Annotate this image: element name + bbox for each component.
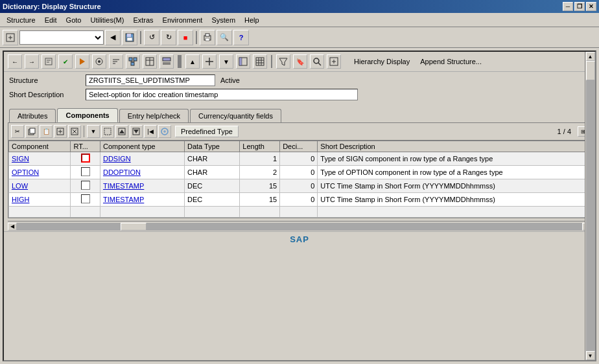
append-structure-btn[interactable]: Append Structure...: [420, 58, 482, 65]
svg-marker-56: [134, 130, 139, 133]
component-type-link[interactable]: TIMESTAMP: [103, 196, 144, 203]
hierarchy-display-btn[interactable]: Hierarchy Display: [354, 58, 410, 65]
scroll-thumb[interactable]: [586, 61, 595, 80]
empty-cell: [240, 207, 280, 218]
back-arrow-btn[interactable]: ←: [8, 54, 22, 69]
empty-cell: [71, 207, 100, 218]
move-down-btn[interactable]: [130, 125, 143, 138]
tab-entry-help[interactable]: Entry help/check: [119, 109, 189, 122]
tabs-bar: Attributes Components Entry help/check C…: [4, 108, 595, 122]
component-type-link[interactable]: DDOPTION: [103, 168, 141, 176]
stop-btn[interactable]: ■: [178, 30, 193, 45]
struct-btn[interactable]: [126, 54, 140, 69]
activate-btn[interactable]: [75, 54, 89, 69]
minimize-button[interactable]: ─: [563, 2, 573, 11]
cell-data-type: DEC: [184, 179, 239, 193]
fwd-arrow-btn[interactable]: →: [25, 54, 39, 69]
cell-component: SIGN: [9, 152, 71, 166]
copy-btn[interactable]: [25, 125, 38, 138]
component-type-link[interactable]: DDSIGN: [103, 155, 131, 163]
rt-checkbox[interactable]: [81, 167, 90, 176]
first-btn[interactable]: |◀: [144, 125, 157, 138]
select-all-btn[interactable]: ▼: [87, 125, 100, 138]
bookmark-btn[interactable]: 🔖: [293, 54, 307, 69]
cut-btn[interactable]: ✂: [11, 125, 24, 138]
insert-btn[interactable]: [54, 125, 67, 138]
tab-components[interactable]: Components: [57, 108, 117, 122]
up-btn[interactable]: ▲: [185, 54, 200, 69]
menu-utilities[interactable]: Utilities(M): [86, 15, 128, 25]
command-dropdown[interactable]: [19, 30, 104, 45]
sep2: [196, 31, 197, 44]
table-row: OPTIONDDOPTIONCHAR20Type of OPTION compo…: [9, 166, 591, 179]
undo-btn[interactable]: ↺: [144, 30, 159, 45]
tab-attributes[interactable]: Attributes: [9, 109, 56, 122]
t-sep1: [84, 126, 84, 137]
rt-checkbox[interactable]: [81, 181, 90, 190]
hscroll-thumb[interactable]: [121, 223, 147, 231]
check-btn[interactable]: ✔: [58, 54, 73, 69]
save-btn[interactable]: [122, 30, 137, 45]
paste-btn[interactable]: 📋: [40, 125, 53, 138]
horizontal-scrollbar[interactable]: ◀ ▶: [8, 221, 591, 231]
cell-short-desc: UTC Time Stamp in Short Form (YYYYMMDDhh…: [318, 193, 591, 207]
help-btn[interactable]: ?: [233, 30, 249, 45]
restore-button[interactable]: ❒: [574, 2, 585, 11]
down-btn[interactable]: ▼: [219, 54, 233, 69]
close-button[interactable]: ✕: [586, 2, 596, 11]
new-btn[interactable]: [3, 30, 18, 45]
component-link[interactable]: SIGN: [12, 155, 29, 163]
table-header-row: Component RT... Component type Data Type…: [9, 141, 591, 152]
toolbar-sep: [178, 55, 182, 68]
component-link[interactable]: OPTION: [12, 168, 39, 176]
svg-rect-45: [30, 128, 35, 133]
move-btn[interactable]: [202, 54, 217, 69]
expand-btn[interactable]: [327, 54, 341, 69]
ref-btn[interactable]: [158, 125, 171, 138]
print-btn[interactable]: [200, 30, 215, 45]
col-header-component: Component: [9, 141, 71, 152]
table-row: SIGNDDSIGNCHAR10Type of SIGN component i…: [9, 152, 591, 166]
cell-component: LOW: [9, 179, 71, 193]
predefined-type-btn[interactable]: Predefined Type: [175, 126, 239, 137]
rt-checkbox[interactable]: [81, 154, 90, 163]
sort-btn[interactable]: [109, 54, 123, 69]
col-header-deci: Deci...: [280, 141, 318, 152]
menu-environment[interactable]: Environment: [159, 15, 207, 25]
svg-rect-4: [127, 34, 131, 37]
menu-edit[interactable]: Edit: [41, 15, 61, 25]
rt-checkbox[interactable]: [81, 194, 90, 203]
scroll-down-btn[interactable]: ▼: [586, 351, 595, 360]
add-btn[interactable]: [236, 54, 250, 69]
deselect-btn[interactable]: [101, 125, 114, 138]
find-btn[interactable]: 🔍: [217, 30, 232, 45]
cell-data-type: DEC: [184, 193, 239, 207]
redo-btn[interactable]: ↻: [161, 30, 176, 45]
title-bar: Dictionary: Display Structure ─ ❒ ✕: [0, 0, 599, 13]
menu-structure[interactable]: Structure: [3, 15, 40, 25]
menu-extras[interactable]: Extras: [129, 15, 157, 25]
table-btn[interactable]: [143, 54, 157, 69]
component-link[interactable]: HIGH: [12, 196, 30, 203]
tab-currency[interactable]: Currency/quantity fields: [190, 109, 281, 122]
more-btn[interactable]: [159, 54, 174, 69]
where-used-btn[interactable]: [92, 54, 106, 69]
scroll-up-btn[interactable]: ▲: [586, 52, 595, 61]
filter-btn[interactable]: [276, 54, 290, 69]
back-btn[interactable]: ◀: [105, 30, 121, 45]
menu-help[interactable]: Help: [241, 15, 263, 25]
move-up-btn[interactable]: [115, 125, 128, 138]
delete-btn[interactable]: [68, 125, 81, 138]
search-btn[interactable]: [310, 54, 324, 69]
grid-btn[interactable]: [253, 54, 267, 69]
component-type-link[interactable]: TIMESTAMP: [103, 182, 144, 190]
struct-desc-row: Short Description Select-option for idoc…: [9, 89, 590, 100]
edit-btn[interactable]: [41, 54, 56, 69]
cell-deci: 0: [280, 179, 318, 193]
cell-deci: 0: [280, 193, 318, 207]
menu-system[interactable]: System: [207, 15, 239, 25]
hscroll-left[interactable]: ◀: [8, 223, 17, 231]
cell-component: OPTION: [9, 166, 71, 179]
menu-goto[interactable]: Goto: [62, 15, 86, 25]
component-link[interactable]: LOW: [12, 182, 28, 190]
